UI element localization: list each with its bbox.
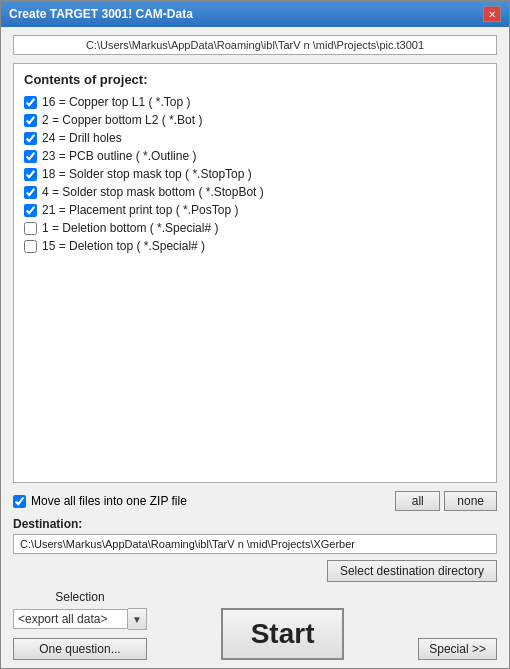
- right-col: Special >>: [418, 638, 497, 660]
- item4-checkbox[interactable]: [24, 150, 37, 163]
- zip-row: Move all files into one ZIP file all non…: [13, 491, 497, 511]
- list-item: 1 = Deletion bottom ( *.Special# ): [24, 221, 486, 235]
- item7-label: 21 = Placement print top ( *.PosTop ): [42, 203, 238, 217]
- item7-checkbox[interactable]: [24, 204, 37, 217]
- item1-label: 16 = Copper top L1 ( *.Top ): [42, 95, 190, 109]
- window-controls: ✕: [483, 6, 501, 22]
- selection-input[interactable]: [13, 609, 128, 629]
- close-button[interactable]: ✕: [483, 6, 501, 22]
- one-question-button[interactable]: One question...: [13, 638, 147, 660]
- list-item: 24 = Drill holes: [24, 131, 486, 145]
- selection-label: Selection: [13, 590, 147, 604]
- list-item: 2 = Copper bottom L2 ( *.Bot ): [24, 113, 486, 127]
- item3-checkbox[interactable]: [24, 132, 37, 145]
- bottom-section: Move all files into one ZIP file all non…: [13, 491, 497, 660]
- item6-checkbox[interactable]: [24, 186, 37, 199]
- item1-checkbox[interactable]: [24, 96, 37, 109]
- main-window: Create TARGET 3001! CAM-Data ✕ C:\Users\…: [0, 0, 510, 669]
- item4-label: 23 = PCB outline ( *.Outline ): [42, 149, 196, 163]
- footer-row: Selection ▼ One question... Start Specia…: [13, 590, 497, 660]
- item5-label: 18 = Solder stop mask top ( *.StopTop ): [42, 167, 252, 181]
- zip-label-text: Move all files into one ZIP file: [31, 494, 187, 508]
- item8-checkbox[interactable]: [24, 222, 37, 235]
- list-item: 18 = Solder stop mask top ( *.StopTop ): [24, 167, 486, 181]
- special-button[interactable]: Special >>: [418, 638, 497, 660]
- list-item: 4 = Solder stop mask bottom ( *.StopBot …: [24, 185, 486, 199]
- item3-label: 24 = Drill holes: [42, 131, 122, 145]
- item2-checkbox[interactable]: [24, 114, 37, 127]
- item6-label: 4 = Solder stop mask bottom ( *.StopBot …: [42, 185, 264, 199]
- contents-group: Contents of project: 16 = Copper top L1 …: [13, 63, 497, 483]
- window-title: Create TARGET 3001! CAM-Data: [9, 7, 193, 21]
- project-path: C:\Users\Markus\AppData\Roaming\ibl\TarV…: [13, 35, 497, 55]
- select-destination-button[interactable]: Select destination directory: [327, 560, 497, 582]
- destination-label: Destination:: [13, 517, 497, 531]
- selection-row: ▼: [13, 608, 147, 630]
- none-button[interactable]: none: [444, 491, 497, 511]
- list-item: 15 = Deletion top ( *.Special# ): [24, 239, 486, 253]
- all-button[interactable]: all: [395, 491, 440, 511]
- start-col: Start: [211, 608, 355, 660]
- item2-label: 2 = Copper bottom L2 ( *.Bot ): [42, 113, 202, 127]
- zip-checkbox[interactable]: [13, 495, 26, 508]
- content-area: C:\Users\Markus\AppData\Roaming\ibl\TarV…: [1, 27, 509, 668]
- item5-checkbox[interactable]: [24, 168, 37, 181]
- list-item: 16 = Copper top L1 ( *.Top ): [24, 95, 486, 109]
- item8-label: 1 = Deletion bottom ( *.Special# ): [42, 221, 218, 235]
- group-title: Contents of project:: [24, 72, 486, 87]
- list-item: 21 = Placement print top ( *.PosTop ): [24, 203, 486, 217]
- start-button[interactable]: Start: [221, 608, 345, 660]
- destination-path: C:\Users\Markus\AppData\Roaming\ibl\TarV…: [13, 534, 497, 554]
- selection-col: Selection ▼ One question...: [13, 590, 147, 660]
- list-item: 23 = PCB outline ( *.Outline ): [24, 149, 486, 163]
- title-bar: Create TARGET 3001! CAM-Data ✕: [1, 1, 509, 27]
- item9-label: 15 = Deletion top ( *.Special# ): [42, 239, 205, 253]
- zip-label: Move all files into one ZIP file: [13, 494, 187, 508]
- item9-checkbox[interactable]: [24, 240, 37, 253]
- dropdown-arrow-icon[interactable]: ▼: [128, 608, 147, 630]
- all-none-buttons: all none: [395, 491, 497, 511]
